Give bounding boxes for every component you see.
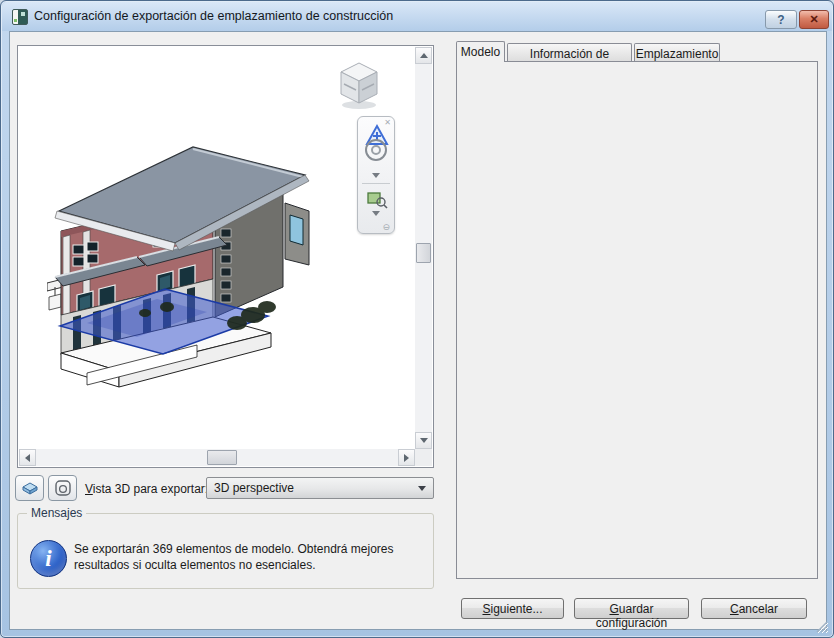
view3d-select[interactable]: 3D perspective [206,477,434,499]
navbar-divider [362,183,390,184]
tab-emplazamiento[interactable]: Emplazamiento [634,43,720,62]
view3d-selected-value: 3D perspective [214,481,418,495]
zoom-region-icon[interactable] [366,189,388,209]
export-settings-dialog: Configuración de exportación de emplazam… [0,0,834,638]
tab-informacion-de-proyecto[interactable]: Información de proyecto [507,43,632,62]
messages-text: Se exportarán 369 elementos de modelo. O… [74,541,426,573]
titlebar[interactable]: Configuración de exportación de emplazam… [2,2,832,31]
next-button[interactable]: Siguiente... [461,598,564,619]
chevron-down-icon [418,486,426,491]
viewcube-icon[interactable] [333,57,385,111]
messages-group-title: Mensajes [27,506,86,520]
pad-view-button[interactable] [15,475,44,501]
preview-canvas[interactable]: ✕ ⊖ [19,47,415,449]
preview-vertical-scrollbar[interactable] [415,47,432,449]
save-settings-button[interactable]: Guardar configuración [574,598,689,619]
scroll-down-icon[interactable] [415,432,432,449]
info-icon: i [30,540,67,577]
cancel-button[interactable]: Cancelar [701,598,807,619]
close-icon: ✕ [809,13,818,26]
steering-wheel-icon[interactable] [365,139,387,161]
close-button[interactable]: ✕ [799,10,829,29]
resize-grip[interactable] [814,619,829,634]
navigation-bar: ✕ ⊖ [357,116,395,234]
preview-horizontal-scrollbar[interactable] [19,449,415,466]
orbit-icon [55,480,71,496]
building-3d-view [47,111,357,421]
vertical-scroll-thumb[interactable] [416,243,431,263]
navbar-minimize-icon[interactable]: ⊖ [382,222,390,232]
model-tab-panel [456,61,818,579]
help-button[interactable]: ? [765,10,797,29]
application-icon [12,9,28,25]
scroll-right-icon[interactable] [398,449,415,466]
tab-modelo[interactable]: Modelo [456,41,505,62]
preview-panel: ✕ ⊖ [17,45,434,468]
view3d-label: Vista 3D para exportar: [85,482,208,496]
help-icon: ? [777,13,784,27]
wheel-dropdown-icon[interactable] [372,173,380,178]
horizontal-scroll-thumb[interactable] [207,450,237,465]
scroll-up-icon[interactable] [415,47,432,64]
messages-group: Mensajes i Se exportarán 369 elementos d… [17,513,434,589]
pad-3d-icon [21,481,39,495]
scroll-left-icon[interactable] [19,449,36,466]
scrollbar-corner [415,449,432,466]
orbit-view-button[interactable] [48,475,77,501]
window-title: Configuración de exportación de emplazam… [34,9,393,23]
zoom-dropdown-icon[interactable] [372,211,380,216]
